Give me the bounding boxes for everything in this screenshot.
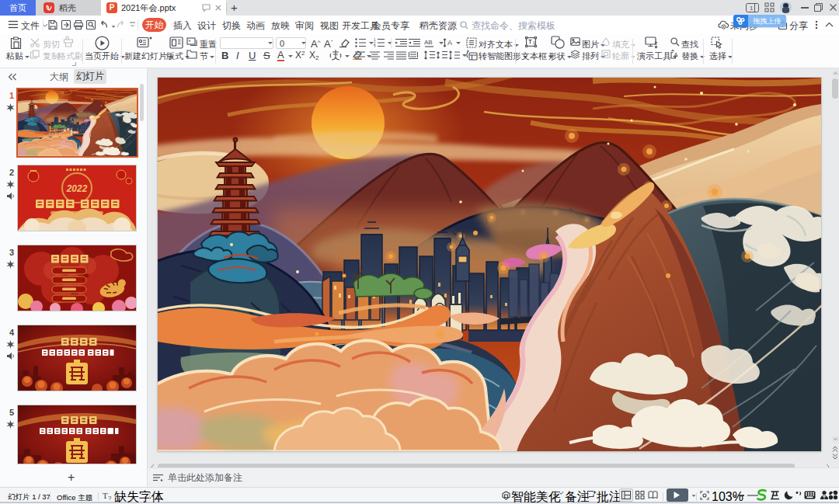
svg-text:A: A [447,39,452,47]
svg-text:AB: AB [424,39,433,46]
svg-text:T: T [103,491,108,500]
svg-text:?: ? [108,495,112,501]
svg-text:2022: 2022 [66,183,88,194]
svg-text:1: 1 [750,5,754,12]
svg-text:A: A [674,51,678,58]
svg-text:3: 3 [374,45,376,48]
